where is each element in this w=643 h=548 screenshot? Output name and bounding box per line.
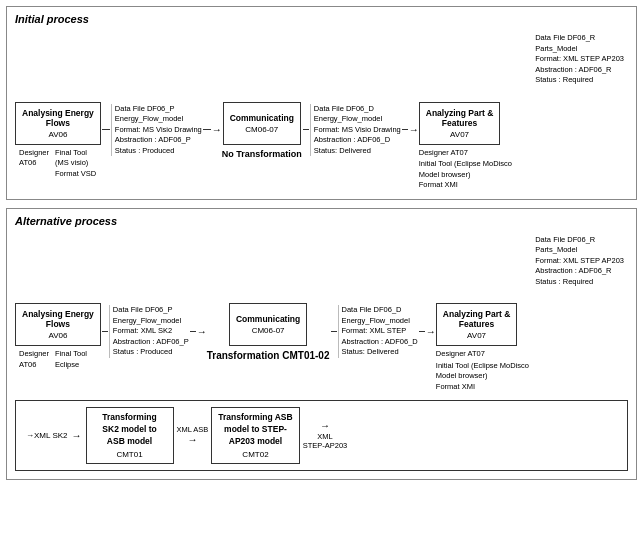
- initial-box2: Communicating CM06-07: [223, 102, 301, 145]
- alternative-process-title: Alternative process: [15, 215, 628, 227]
- transform-box1-title: Transforming SK2 model to ASB model: [93, 412, 167, 448]
- transform-arrow1: →: [72, 430, 82, 441]
- initial-data2: Data File DF06_D Energy_Flow_model Forma…: [310, 104, 401, 157]
- alt-data1: Data File DF06_P Energy_Flow_model Forma…: [109, 305, 189, 358]
- transformation-box: →XML SK2 → Transforming SK2 model to ASB…: [15, 400, 628, 471]
- alt-transformation-label: Transformation CMT01-02: [207, 350, 330, 361]
- transform-arrow2: →: [187, 434, 197, 445]
- alt-box1: Analysing Energy Flows AV06: [15, 303, 101, 346]
- transform-box2: Transforming ASB model to STEP- AP203 mo…: [211, 407, 299, 464]
- initial-box3: Analyzing Part & Features AV07: [419, 102, 501, 145]
- initial-box1: Analysing Energy Flows AV06: [15, 102, 101, 145]
- initial-box3-title: Analyzing Part & Features: [426, 108, 494, 128]
- alt-box3-title: Analyzing Part & Features: [443, 309, 511, 329]
- initial-process-section: Initial process Data File DF06_R Parts_M…: [6, 6, 637, 200]
- alt-below1-tool: Final Tool Eclipse: [55, 349, 87, 370]
- initial-top-right-data: Data File DF06_R Parts_Model Format: XML…: [535, 33, 624, 86]
- initial-box2-title: Communicating: [230, 113, 294, 123]
- alt-box2: Communicating CM06-07: [229, 303, 307, 346]
- alt-box2-id: CM06-07: [236, 326, 300, 335]
- initial-process-title: Initial process: [15, 13, 628, 25]
- transform-arrow3: →: [320, 420, 330, 431]
- alt-data2: Data File DF06_D Energy_Flow_model Forma…: [338, 305, 418, 358]
- initial-box2-id: CM06-07: [230, 125, 294, 134]
- alt-below3-label: Designer AT07: [436, 349, 485, 360]
- alt-top-right-data: Data File DF06_R Parts_Model Format: XML…: [535, 235, 624, 288]
- alt-box3-id: AV07: [443, 331, 511, 340]
- transform-box1: Transforming SK2 model to ASB model CMT0…: [86, 407, 174, 464]
- transform-left-arrow-label: →XML SK2: [26, 431, 68, 440]
- alternative-process-section: Alternative process Data File DF06_R Par…: [6, 208, 637, 480]
- initial-box3-id: AV07: [426, 130, 494, 139]
- initial-box1-id: AV06: [22, 130, 94, 139]
- transform-middle-arrow-label: XML ASB: [177, 425, 209, 434]
- transform-right-arrow-label: XML STEP-AP203: [303, 432, 348, 450]
- main-container: Initial process Data File DF06_R Parts_M…: [0, 0, 643, 494]
- alt-below1-label: Designer AT06: [19, 349, 49, 370]
- transform-box2-title: Transforming ASB model to STEP- AP203 mo…: [218, 412, 292, 448]
- initial-below3-label: Designer AT07: [419, 148, 468, 159]
- alt-box3: Analyzing Part & Features AV07: [436, 303, 518, 346]
- transform-box1-id: CMT01: [93, 450, 167, 459]
- alt-box2-title: Communicating: [236, 314, 300, 324]
- alt-box1-id: AV06: [22, 331, 94, 340]
- alt-box1-title: Analysing Energy Flows: [22, 309, 94, 329]
- initial-below1-label: Designer AT06: [19, 148, 49, 180]
- alt-below3-tool: Initial Tool (Eclipse MoDisco Model brow…: [436, 361, 529, 393]
- initial-below1-tool: Final Tool (MS visio) Format VSD: [55, 148, 96, 180]
- initial-data1: Data File DF06_P Energy_Flow_model Forma…: [111, 104, 202, 157]
- transform-box2-id: CMT02: [218, 450, 292, 459]
- initial-below3-tool: Initial Tool (Eclipse MoDisco Model brow…: [419, 159, 512, 191]
- initial-no-transform: No Transformation: [222, 149, 302, 159]
- initial-box1-title: Analysing Energy Flows: [22, 108, 94, 128]
